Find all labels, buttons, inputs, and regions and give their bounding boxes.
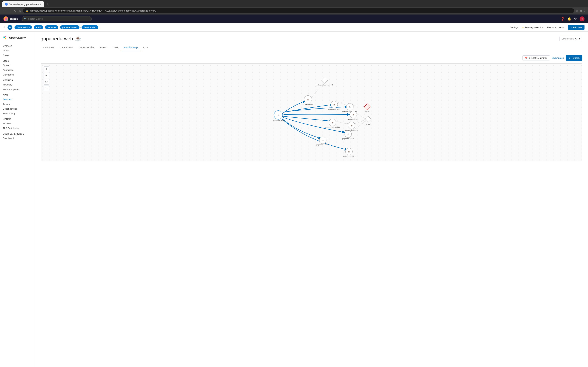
sidebar-section-user-experience: User Experience (0, 131, 35, 136)
sidebar-item-dashboard[interactable]: Dashboard (0, 136, 35, 141)
sidebar-item-overview[interactable]: Overview (0, 43, 35, 48)
notifications-icon[interactable]: 🔔 (567, 17, 571, 21)
bookmark-icon[interactable]: ☆ (576, 9, 578, 12)
sidebar-item-services[interactable]: Services (0, 97, 35, 102)
sidebar-item-stream[interactable]: Stream (0, 63, 35, 68)
node-gupaoedu-learning[interactable]: ☕ gupaoedu-learning (325, 119, 340, 128)
node-mysql[interactable]: mysql (365, 116, 371, 125)
service-map-svg: restapi.amap.com:443 ☕ online-media ☕ gu… (41, 64, 582, 161)
user-avatar[interactable]: e (579, 17, 585, 21)
node-online-media[interactable]: ☕ online-media (303, 95, 313, 105)
edge-crm-to-mysql (356, 113, 366, 118)
menu-icon[interactable]: ⋮ (583, 9, 586, 12)
header-right: ❓ 🔔 ⚙ e (561, 17, 585, 21)
settings-link[interactable]: Settings (510, 26, 518, 29)
node-gupaoedu-media[interactable]: ☕ gupaoedu-media (316, 137, 329, 146)
edge-web-to-online-media (283, 101, 306, 113)
sidebar-item-cases[interactable]: Cases (0, 53, 35, 58)
environment-selector[interactable]: Environment All ▾ (560, 36, 582, 41)
settings-icon[interactable]: ⚙ (574, 17, 577, 21)
alerts-rules-link[interactable]: Alerts and rules ▾ (547, 26, 564, 29)
sidebar: Observability Overview Alerts Cases Logs… (0, 32, 35, 367)
breadcrumb-services[interactable]: Services (45, 25, 58, 29)
show-dates-button[interactable]: Show dates (552, 57, 564, 59)
breadcrumb-current[interactable]: Service Map (82, 25, 98, 29)
node-gupaoedu-web[interactable]: ☕ gupaoedu-web (273, 111, 284, 121)
new-tab-button[interactable]: + (45, 1, 51, 7)
sidebar-item-alerts[interactable]: Alerts (0, 48, 35, 53)
sidebar-item-metrics-explorer[interactable]: Metrics Explorer (0, 87, 35, 92)
breadcrumb-observability[interactable]: Observability (15, 25, 32, 29)
node-gupaoedu-passport[interactable]: ☕ gupaoedu-passport (342, 103, 357, 112)
reload-button[interactable]: ↻ (13, 8, 17, 13)
breadcrumb-sep-3: › (59, 26, 60, 29)
node-redis[interactable]: redis (364, 104, 371, 112)
sidebar-item-tls[interactable]: TLS Certificates (0, 126, 35, 131)
node-course-label: gupaoedu-course (345, 129, 358, 131)
node-quiz-label: gupaoedu-quiz (343, 155, 355, 157)
active-tab[interactable]: Service Map - gupaoedu-web × (2, 1, 44, 7)
env-chevron-icon: ▾ (579, 37, 580, 40)
close-tab-button[interactable]: × (40, 3, 42, 5)
reset-view-button[interactable]: ⊙ (43, 79, 49, 84)
header-search[interactable]: 🔍 (22, 16, 92, 21)
tab-transactions[interactable]: Transactions (56, 44, 76, 51)
node-gupaoedu-user[interactable]: ☕ gupaoedu-user (342, 131, 354, 140)
tab-jvms[interactable]: JVMs (110, 44, 121, 51)
chevron-down-icon: ▾ (563, 26, 564, 29)
zoom-out-button[interactable]: − (43, 73, 49, 78)
sidebar-logo-text: Observability (9, 36, 26, 39)
forward-button[interactable]: → (8, 8, 12, 13)
url-bar[interactable]: 🔒 apm/services/gupaoedu-web/service-map?… (23, 8, 574, 13)
layout-button[interactable]: ⠿ (43, 85, 49, 91)
sidebar-item-anomalies[interactable]: Anomalies (0, 68, 35, 72)
edge-web-to-quiz (282, 119, 347, 150)
tab-overview[interactable]: Overview (41, 44, 56, 51)
sidebar-item-categories[interactable]: Categories (0, 72, 35, 77)
time-selector[interactable]: 📅 ▾ Last 15 minutes (522, 55, 550, 60)
nav-avatar: D (8, 25, 12, 30)
sidebar-item-service-map[interactable]: Service Map (0, 111, 35, 116)
node-gupaoedu-course[interactable]: ☕ gupaoedu-course (345, 122, 358, 131)
hamburger-menu[interactable]: ≡ (3, 25, 5, 29)
tab-logs[interactable]: Logs (140, 44, 151, 51)
page-title: gupaoedu-web (41, 36, 73, 42)
node-restapi-amap[interactable]: restapi.amap.com:443 (316, 77, 333, 86)
node-media-label: gupaoedu-media (316, 144, 329, 146)
service-map-container: 📅 ▾ Last 15 minutes Show dates ↻ Refresh… (35, 51, 588, 166)
page-header: gupaoedu-web ☕ Environment All ▾ (35, 32, 588, 42)
refresh-button[interactable]: ↻ Refresh (566, 55, 582, 61)
tab-dependencies[interactable]: Dependencies (76, 44, 97, 51)
node-crm-label: gupaoedu-crm (348, 118, 359, 120)
edge-web-to-learning (283, 116, 332, 121)
add-data-button[interactable]: + Add data (568, 25, 585, 30)
node-cmc-label: gupaoedu-cmc (329, 108, 340, 110)
help-icon[interactable]: ❓ (561, 17, 564, 21)
map-canvas: + − ⊙ ⠿ (41, 63, 582, 161)
sidebar-section-logs: Logs (0, 58, 35, 63)
node-learning-label: gupaoedu-learning (325, 126, 340, 128)
sidebar-item-traces[interactable]: Traces (0, 102, 35, 106)
node-quiz-icon: ☕ (348, 150, 350, 153)
breadcrumb-apm[interactable]: APM (34, 25, 43, 29)
sidebar-item-inventory[interactable]: Inventory (0, 82, 35, 87)
tab-title: Service Map - gupaoedu-web (9, 3, 39, 6)
breadcrumb-sep-1: › (33, 26, 33, 29)
zoom-in-button[interactable]: + (43, 67, 49, 72)
tab-errors[interactable]: Errors (97, 44, 110, 51)
map-toolbar: 📅 ▾ Last 15 minutes Show dates ↻ Refresh (41, 55, 582, 61)
node-user-icon: ☕ (347, 133, 349, 135)
url-text: apm/services/gupaoedu-web/service-map?en… (30, 9, 156, 12)
search-input[interactable] (22, 16, 92, 21)
tab-service-map[interactable]: Service Map (121, 44, 140, 51)
anomaly-detection-link[interactable]: ⚠ Anomaly detection (522, 26, 543, 29)
svg-marker-14 (365, 116, 371, 123)
breadcrumb-service-name[interactable]: gupaoedu-web (60, 25, 79, 29)
back-button[interactable]: ← (2, 8, 6, 13)
sidebar-item-dependencies[interactable]: Dependencies (0, 106, 35, 111)
add-data-label: Add data (573, 26, 582, 29)
node-media-icon: ☕ (322, 139, 324, 141)
sidebar-item-monitors[interactable]: Monitors (0, 121, 35, 126)
home-button[interactable]: ⌂ (18, 8, 22, 13)
extensions-icon[interactable]: ⊞ (579, 9, 582, 12)
